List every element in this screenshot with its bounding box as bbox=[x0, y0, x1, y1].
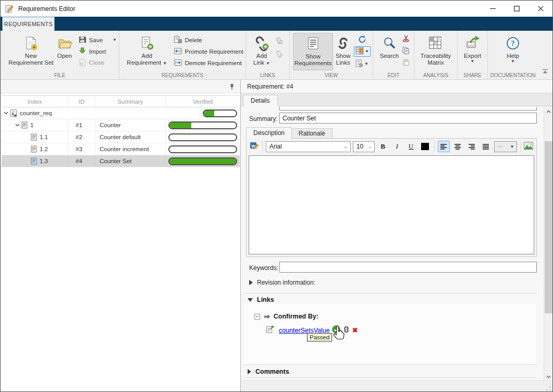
collapse-ribbon-button[interactable] bbox=[542, 67, 548, 76]
chevron-down-icon[interactable] bbox=[2, 112, 10, 115]
justify-button[interactable] bbox=[480, 141, 492, 152]
export-button[interactable]: Export ▼ bbox=[460, 33, 485, 70]
requirement-icon bbox=[31, 145, 37, 153]
table-row-1-1[interactable]: 1.1 #2 Counter default bbox=[2, 131, 240, 143]
promote-requirement-button[interactable]: Promote Requirement bbox=[174, 46, 244, 56]
edit-in-word-icon[interactable]: w bbox=[250, 141, 259, 152]
column-header-index[interactable]: Index bbox=[2, 96, 68, 107]
font-color-button[interactable] bbox=[419, 141, 431, 152]
open-label: Open bbox=[57, 53, 72, 59]
add-requirement-caret[interactable]: ▼ bbox=[163, 61, 167, 66]
documentation-section-label: DOCUMENTATION bbox=[488, 72, 538, 78]
show-requirements-icon bbox=[306, 34, 321, 53]
delete-link-icon[interactable] bbox=[275, 37, 283, 46]
add-link-icon bbox=[253, 34, 270, 53]
scroll-down-button[interactable] bbox=[544, 372, 553, 381]
import-button[interactable]: Import bbox=[78, 46, 117, 56]
export-icon bbox=[465, 34, 481, 53]
save-button[interactable]: Save ▼ bbox=[78, 35, 117, 45]
italic-button[interactable]: I bbox=[391, 141, 403, 152]
new-requirement-set-button[interactable]: New Requirement Set bbox=[8, 33, 54, 70]
chevron-down-icon[interactable] bbox=[13, 124, 21, 127]
underline-button[interactable]: U bbox=[405, 141, 417, 152]
search-button[interactable]: Search bbox=[377, 33, 401, 70]
table-row-1[interactable]: 1 #1 Counter bbox=[2, 119, 240, 131]
font-size-select[interactable]: 10⌄ bbox=[353, 141, 375, 152]
description-textarea[interactable] bbox=[249, 155, 534, 254]
align-center-button[interactable] bbox=[452, 141, 464, 152]
show-links-button[interactable]: Show Links bbox=[333, 33, 353, 70]
minimize-button[interactable] bbox=[481, 1, 505, 17]
traceability-matrix-button[interactable]: Traceability Matrix bbox=[416, 33, 455, 70]
revision-information-section[interactable]: Revision information: bbox=[249, 279, 315, 286]
tab-rationale[interactable]: Rationale bbox=[292, 128, 333, 139]
column-selector-caret[interactable]: ▼ bbox=[365, 50, 369, 54]
verified-progress-bar bbox=[168, 133, 237, 141]
table-row-1-3-selected[interactable]: 1.3 #4 Counter Set bbox=[2, 155, 240, 167]
share-section-label: SHARE bbox=[458, 72, 487, 78]
paste-icon[interactable] bbox=[402, 59, 410, 68]
close-button[interactable] bbox=[529, 1, 552, 17]
collapse-group-icon[interactable]: − bbox=[254, 314, 260, 320]
tab-description[interactable]: Description bbox=[246, 127, 292, 139]
app-icon bbox=[5, 5, 14, 13]
table-row-1-2[interactable]: 1.2 #3 Counter increment bbox=[2, 143, 240, 155]
column-header-id[interactable]: ID bbox=[68, 96, 95, 107]
insert-image-icon[interactable] bbox=[524, 142, 533, 152]
demote-requirement-button[interactable]: Demote Requirement bbox=[174, 58, 244, 68]
row-settings-caret[interactable]: ▼ bbox=[364, 62, 368, 66]
delete-button[interactable]: Delete bbox=[174, 35, 244, 45]
toolbar-section-requirements: Add Requirement▼ Delete Promote Requirem… bbox=[119, 31, 246, 79]
promote-requirement-icon bbox=[174, 47, 182, 56]
refresh-button[interactable] bbox=[354, 34, 371, 44]
links-section-header[interactable]: Links bbox=[248, 296, 274, 303]
open-button[interactable]: Open bbox=[54, 33, 75, 70]
align-right-button[interactable] bbox=[466, 141, 478, 152]
passed-tooltip: Passed bbox=[307, 333, 332, 341]
svg-text:?: ? bbox=[511, 40, 515, 47]
tab-details[interactable]: Details bbox=[243, 95, 278, 106]
requirement-icon-selected bbox=[31, 157, 37, 165]
save-dropdown-caret[interactable]: ▼ bbox=[113, 38, 117, 42]
delete-icon bbox=[174, 35, 182, 45]
list-style-select[interactable]: --▼ bbox=[494, 141, 517, 152]
tree-header-row: Index ID Summary Verified bbox=[2, 96, 240, 107]
column-header-summary[interactable]: Summary bbox=[95, 96, 166, 107]
add-link-button[interactable]: Add Link▼ bbox=[250, 33, 273, 70]
scrollbar-thumb[interactable] bbox=[545, 141, 552, 313]
table-row-counter-req[interactable]: counter_req bbox=[2, 107, 240, 119]
keywords-input[interactable] bbox=[279, 262, 537, 273]
help-button[interactable]: ? Help ▼ bbox=[490, 33, 536, 70]
pin-icon[interactable] bbox=[230, 83, 234, 92]
export-caret[interactable]: ▼ bbox=[471, 59, 475, 64]
tab-requirements[interactable]: REQUIREMENTS bbox=[2, 17, 55, 31]
add-requirement-icon bbox=[139, 34, 155, 53]
close-file-button[interactable]: Close bbox=[78, 58, 117, 68]
cut-icon[interactable] bbox=[402, 35, 410, 44]
resize-grip[interactable] bbox=[546, 386, 551, 391]
cursor-pointer-icon bbox=[332, 326, 345, 344]
show-requirements-button[interactable]: Show Requirements bbox=[293, 33, 333, 70]
scroll-up-button[interactable] bbox=[544, 107, 553, 116]
clean-links-icon[interactable] bbox=[275, 51, 283, 60]
summary-input[interactable] bbox=[279, 113, 537, 124]
column-selector-button[interactable]: ▼ bbox=[354, 46, 371, 57]
align-left-button[interactable] bbox=[438, 141, 450, 152]
add-requirement-button[interactable]: Add Requirement▼ bbox=[125, 33, 169, 70]
font-family-select[interactable]: Arial⌄ bbox=[266, 141, 351, 152]
show-links-icon bbox=[335, 34, 351, 53]
row-settings-button[interactable]: ▼ bbox=[354, 59, 371, 69]
column-header-verified[interactable]: Verified bbox=[166, 96, 240, 107]
chevron-down-icon: ⌄ bbox=[365, 144, 374, 149]
links-content: − ⇒ Confirmed By: counterSetsValue ✖ Pas… bbox=[243, 304, 536, 364]
add-link-caret[interactable]: ▼ bbox=[266, 61, 270, 66]
delete-link-cross-icon[interactable]: ✖ bbox=[352, 327, 358, 334]
maximize-button[interactable] bbox=[505, 1, 529, 17]
help-caret[interactable]: ▼ bbox=[511, 59, 515, 64]
comments-section-header[interactable]: Comments bbox=[248, 368, 289, 375]
copy-icon[interactable] bbox=[402, 47, 410, 56]
links-section-label: LINKS bbox=[246, 72, 289, 78]
collapsed-triangle-icon bbox=[248, 369, 251, 374]
bold-button[interactable]: B bbox=[377, 141, 389, 152]
vertical-scrollbar[interactable] bbox=[544, 107, 552, 381]
